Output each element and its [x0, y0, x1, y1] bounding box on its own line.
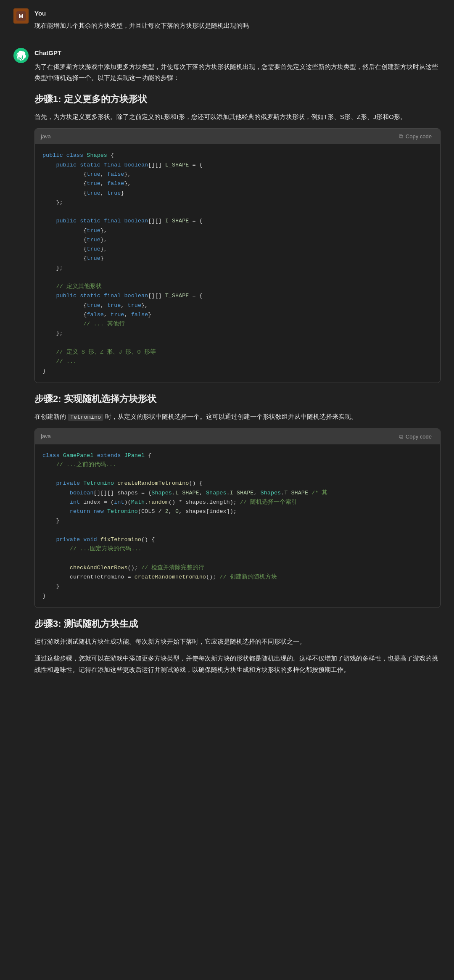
svg-text:M: M: [19, 13, 24, 19]
assistant-avatar: [13, 48, 29, 63]
assistant-message: ChatGPT 为了在俄罗斯方块游戏中添加更多方块类型，并使每次下落的方块形状随…: [0, 40, 454, 689]
step3-heading: 步骤3: 测试随机方块生成: [34, 616, 441, 631]
assistant-name: ChatGPT: [34, 48, 441, 58]
conversation: M You 现在能增加几个其余的方块类型，并且让每次下落的方块形状是随机出现的吗…: [0, 0, 454, 706]
code-content-2: class GamePanel extends JPanel { // ...之…: [35, 444, 440, 608]
step3-text1: 运行游戏并测试随机方块生成功能。每次新方块开始下落时，它应该是随机选择的不同形状…: [34, 636, 441, 647]
assistant-content: ChatGPT 为了在俄罗斯方块游戏中添加更多方块类型，并使每次下落的方块形状随…: [34, 48, 441, 681]
step2-text: 在创建新的 Tetromino 时，从定义的形状中随机选择一个。这可以通过创建一…: [34, 411, 441, 423]
code-block-2: java ⧉ Copy code class GamePanel extends…: [34, 428, 441, 608]
copy-label-2: Copy code: [406, 433, 432, 440]
assistant-intro: 为了在俄罗斯方块游戏中添加更多方块类型，并使每次下落的方块形状随机出现，您需要首…: [34, 61, 441, 84]
code-lang-1: java: [41, 132, 51, 141]
code-content-1: public class Shapes { public static fina…: [35, 144, 440, 382]
code-lang-2: java: [41, 432, 51, 441]
copy-code-button-2[interactable]: ⧉ Copy code: [396, 432, 434, 441]
chatgpt-logo-icon: [16, 50, 26, 61]
copy-label-1: Copy code: [406, 133, 432, 140]
user-message: M You 现在能增加几个其余的方块类型，并且让每次下落的方块形状是随机出现的吗: [0, 0, 454, 40]
code-block-1: java ⧉ Copy code public class Shapes { p…: [34, 128, 441, 383]
code-header-2: java ⧉ Copy code: [35, 429, 440, 444]
user-avatar: M: [13, 8, 29, 24]
copy-icon-2: ⧉: [399, 433, 403, 440]
user-icon: M: [16, 11, 26, 21]
step1-text: 首先，为方块定义更多形状。除了之前定义的L形和I形，您还可以添加其他经典的俄罗斯…: [34, 111, 441, 122]
user-text: 现在能增加几个其余的方块类型，并且让每次下落的方块形状是随机出现的吗: [34, 20, 441, 31]
step3-text2: 通过这些步骤，您就可以在游戏中添加更多方块类型，并使每次新方块的形状都是随机出现…: [34, 653, 441, 675]
copy-icon-1: ⧉: [399, 133, 403, 140]
step1-heading: 步骤1: 定义更多的方块形状: [34, 92, 441, 106]
user-name: You: [34, 8, 441, 18]
code-header-1: java ⧉ Copy code: [35, 129, 440, 144]
user-content: You 现在能增加几个其余的方块类型，并且让每次下落的方块形状是随机出现的吗: [34, 8, 441, 31]
step2-heading: 步骤2: 实现随机选择方块形状: [34, 391, 441, 406]
copy-code-button-1[interactable]: ⧉ Copy code: [396, 132, 434, 141]
